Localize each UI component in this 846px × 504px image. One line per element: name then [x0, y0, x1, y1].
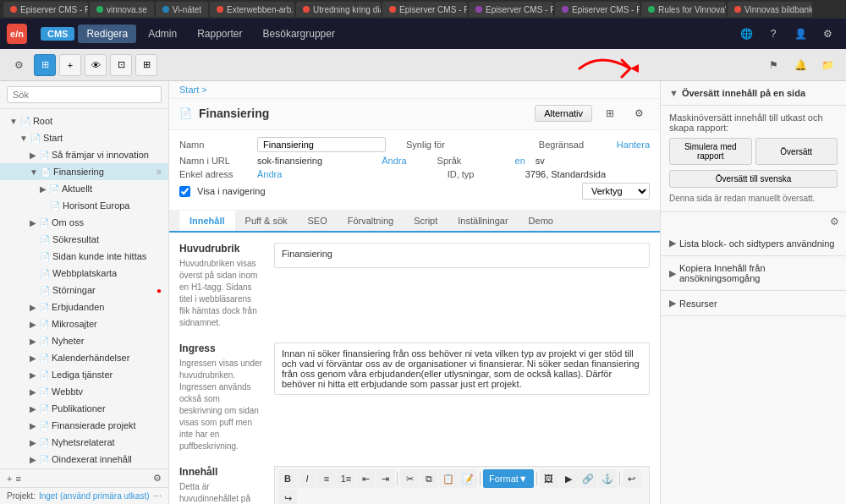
project-more-icon[interactable]: ⋯ — [153, 491, 162, 501]
tree-item-notfound[interactable]: 📄 Sidan kunde inte hittas — [0, 248, 168, 265]
shortcut-button[interactable]: ⊡ — [110, 54, 132, 76]
search-input[interactable] — [7, 86, 162, 103]
nav-redigera[interactable]: Redigera — [78, 25, 136, 43]
tree-item-finansierade[interactable]: ▶ 📄 Finansierade projekt — [0, 417, 168, 434]
browser-tab-1[interactable]: Episerver CMS - Re... — [3, 2, 88, 17]
breadcrumb-start[interactable]: Start > — [179, 85, 207, 95]
right-panel-gear-icon[interactable]: ⚙ — [830, 216, 839, 227]
settings-small-icon[interactable]: ⚙ — [7, 53, 30, 77]
lang-en-link[interactable]: en — [515, 156, 525, 166]
namn-input[interactable] — [257, 137, 386, 152]
browser-tab-8[interactable]: Episerver CMS - Re... — [555, 2, 640, 17]
tree-item-erbjudanden[interactable]: ▶ 📄 Erbjudanden — [0, 299, 168, 315]
tree-item-nyhetsrelaterat[interactable]: ▶ 📄 Nyhetsrelaterat — [0, 434, 168, 451]
tree-item-storningar[interactable]: 📄 Störningar ● — [0, 282, 168, 299]
indent-right-button[interactable]: ⇥ — [376, 469, 394, 488]
settings-icon[interactable]: ⚙ — [816, 22, 839, 46]
layout-view-icon[interactable]: ⊞ — [599, 102, 621, 124]
alternativ-button[interactable]: Alternativ — [535, 105, 592, 122]
tree-item-publikationer[interactable]: ▶ 📄 Publikationer — [0, 400, 168, 417]
image-button[interactable]: 🖼 — [540, 469, 558, 488]
tab-seo[interactable]: SEO — [298, 211, 338, 233]
project-value[interactable]: Inget (använd primära utkast) — [39, 491, 150, 501]
globe-icon[interactable]: 🌐 — [734, 22, 758, 46]
tree-item-nyheter[interactable]: ▶ 📄 Nyheter — [0, 332, 168, 349]
preview-button[interactable]: 👁 — [85, 54, 107, 76]
link-button[interactable]: 🔗 — [579, 469, 597, 488]
format-dropdown-button[interactable]: Format ▼ — [483, 469, 534, 488]
tree-item-start[interactable]: ▼ 📄 Start — [0, 129, 168, 146]
more-bottom-icon[interactable]: ≡ — [15, 474, 20, 484]
browser-tab-2[interactable]: vinnova.se — [90, 2, 154, 17]
tree-item-framjar[interactable]: ▶ 📄 Så främjar vi innovation — [0, 146, 168, 163]
indent-left-button[interactable]: ⇤ — [356, 469, 375, 488]
tree-item-oindexerat[interactable]: ▶ 📄 Oindexerat innehåll — [0, 451, 168, 468]
tab-demo[interactable]: Demo — [519, 211, 563, 233]
media-button[interactable]: ▶ — [559, 469, 578, 488]
simulate-button[interactable]: Simulera med rapport — [669, 138, 752, 165]
nav-checkbox[interactable] — [179, 186, 190, 197]
folder-icon[interactable]: 📁 — [816, 53, 839, 77]
nav-admin[interactable]: Admin — [140, 25, 185, 43]
swedish-translate-button[interactable]: Översätt till svenska — [669, 170, 838, 188]
tree-item-webbtv[interactable]: ▶ 📄 Webbtv — [0, 383, 168, 400]
tree-item-sokresultat[interactable]: 📄 Sökresultat — [0, 231, 168, 248]
pages-view-button[interactable]: ⊞ — [34, 54, 56, 76]
browser-tab-5[interactable]: Utredning kring dia... — [296, 2, 381, 17]
ingress-content[interactable]: Innan ni söker finansiering från oss beh… — [274, 342, 650, 395]
italic-button[interactable]: I — [298, 469, 316, 488]
huvudrubrik-content[interactable]: Finansiering — [274, 243, 650, 268]
tree-item-mikrosajter[interactable]: ▶ 📄 Mikrosajter — [0, 315, 168, 332]
verktyg-select[interactable]: Verktyg — [582, 183, 650, 200]
sidebar-settings-icon[interactable]: ⚙ — [153, 473, 162, 484]
paste-button[interactable]: 📋 — [439, 469, 458, 488]
nav-rapporter[interactable]: Rapporter — [189, 25, 250, 43]
bold-button[interactable]: B — [278, 469, 297, 488]
anchor-button[interactable]: ⚓ — [598, 469, 617, 488]
browser-tab-6[interactable]: Episerver CMS - Re... — [382, 2, 467, 17]
user-icon[interactable]: 👤 — [788, 22, 812, 46]
tab-script[interactable]: Script — [404, 211, 448, 233]
accordion-kopiera-header[interactable]: ▶ Kopiera Innehåll från ansökningsomgång — [661, 256, 846, 290]
hantera-link[interactable]: Hantera — [617, 140, 650, 150]
translate-header[interactable]: ▼ Översätt innehåll på en sida — [661, 81, 846, 106]
tree-item-aktuellt[interactable]: ▶ 📄 Aktuellt — [0, 180, 168, 197]
undo-button[interactable]: ↩ — [623, 469, 641, 488]
tab-installningar[interactable]: Inställningar — [448, 211, 518, 233]
andra-adress-link[interactable]: Ändra — [257, 169, 282, 179]
more-options-icon[interactable]: ≡ — [157, 167, 162, 177]
tree-item-root[interactable]: ▼ 📄 Root — [0, 112, 168, 129]
browser-tab-7[interactable]: Episerver CMS - Re... — [469, 2, 553, 17]
nav-besökargrupper[interactable]: Besökargrupper — [255, 25, 343, 43]
add-bottom-icon[interactable]: + — [7, 474, 12, 484]
cut-button[interactable]: ✂ — [400, 469, 419, 488]
ul-button[interactable]: ≡ — [317, 469, 336, 488]
copy-button[interactable]: ⧉ — [420, 469, 438, 488]
translate-button[interactable]: Översätt — [755, 138, 838, 165]
tab-forvaltning[interactable]: Förvaltning — [338, 211, 404, 233]
flag-icon[interactable]: ⚑ — [761, 53, 785, 77]
andra-url-link[interactable]: Ändra — [382, 156, 406, 166]
browser-tab-10[interactable]: Vinnovas bildbank ... — [728, 2, 812, 17]
browser-tab-9[interactable]: Rules for Vinnova's... — [641, 2, 726, 17]
tree-item-webbplatskarta[interactable]: 📄 Webbplatskarta — [0, 265, 168, 282]
ol-button[interactable]: 1≡ — [337, 469, 355, 488]
accordion-lista-header[interactable]: ▶ Lista block- och sidtypers användning — [661, 231, 846, 255]
tree-item-omoss[interactable]: ▶ 📄 Om oss — [0, 214, 168, 231]
paste-special-button[interactable]: 📝 — [459, 469, 477, 488]
tree-item-lediga[interactable]: ▶ 📄 Lediga tjänster — [0, 366, 168, 383]
tab-puff[interactable]: Puff & sök — [235, 211, 298, 233]
redo-button[interactable]: ↪ — [278, 489, 297, 504]
tree-item-kalender[interactable]: ▶ 📄 Kalenderhändelser — [0, 349, 168, 366]
tree-item-horisont[interactable]: 📄 Horisont Europa — [0, 197, 168, 214]
gear-page-icon[interactable]: ⚙ — [628, 102, 650, 124]
browser-tab-3[interactable]: Vi-nätet — [156, 2, 208, 17]
browser-tab-4[interactable]: Exterwebben-arb... — [210, 2, 294, 17]
help-icon[interactable]: ? — [761, 22, 785, 46]
fullscreen-button[interactable]: ⊞ — [135, 54, 157, 76]
tab-innehall[interactable]: Innehåll — [179, 211, 235, 233]
add-page-button[interactable]: + — [59, 54, 81, 76]
tree-item-finansiering[interactable]: ▼ 📄 Finansiering ≡ — [0, 163, 168, 180]
accordion-resurser-header[interactable]: ▶ Resurser — [661, 291, 846, 315]
bell-icon[interactable]: 🔔 — [788, 53, 812, 77]
